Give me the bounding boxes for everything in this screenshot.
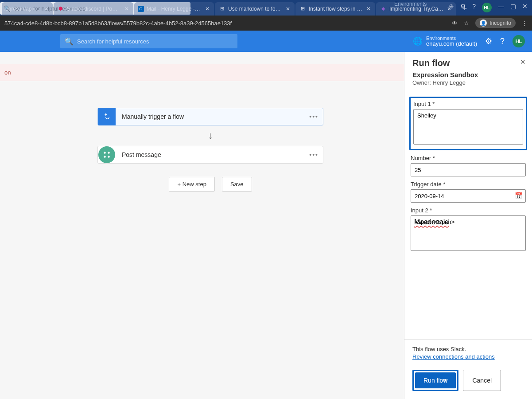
input1-label: Input 1 * [413,101,523,107]
browser-tab-strip: 🔍 Search for helpful resources reqres.in… [0,0,532,16]
action-label: Post message [122,151,161,158]
incognito-label: Incognito [489,20,511,26]
browser-tab-0[interactable]: reqres.in/api/users/ ✕ [2,2,53,16]
browser-tab-4[interactable]: ⊞ Instant flow steps in busin… ✕ [295,2,375,16]
svg-point-0 [104,152,106,154]
tab-label: Use markdown to format P… [228,6,282,12]
arrow-down-icon: ↓ [208,130,213,141]
field-number: Number * [411,155,526,176]
address-bar: 574ca4-cde8-4d8b-bcb8-897b1a5d8b63/flows… [0,16,532,31]
env-name: enayu.com (default) [426,41,477,47]
avatar[interactable]: HL [513,35,525,47]
incognito-icon: 👤 [480,20,487,27]
review-connections-link[interactable]: Review connections and actions [412,353,524,360]
field-trigger-date: Trigger date * 📅 [411,181,526,203]
input1-field[interactable] [413,109,523,145]
close-icon[interactable]: ✕ [285,6,291,12]
trigger-icon [98,108,116,125]
action-card[interactable]: Post message ••• [97,146,323,164]
input2-field[interactable]: <span></span> [411,215,526,251]
flow-canvas: on Manually trigger a flow ••• ↓ Post me… [0,52,404,399]
run-flow-button[interactable]: Run flow ➤ [415,372,456,388]
number-label: Number * [411,155,526,161]
url-text[interactable]: 574ca4-cde8-4d8b-bcb8-897b1a5d8b63/flows… [4,20,447,27]
calendar-icon[interactable]: 📅 [515,192,522,199]
ms-icon: ⊞ [299,5,306,12]
tab-label: Mail - Henry Legge - Outl… [147,6,202,12]
close-icon[interactable]: ✕ [124,6,130,12]
ms-icon: ⊞ [218,5,225,12]
field-input1: Input 1 * [409,97,527,150]
panel-title: Run flow [412,58,524,68]
close-icon[interactable]: ✕ [43,6,49,12]
svg-point-3 [108,156,110,158]
browser-tab-5[interactable]: ◆ Implementing Try,Catch an… ✕ [376,2,456,16]
run-flow-panel: Run flow ✕ Expression Sandbox Owner: Hen… [404,52,532,399]
browser-tab-3[interactable]: ⊞ Use markdown to format P… ✕ [215,2,295,16]
trigger-date-label: Trigger date * [411,181,526,188]
svg-point-1 [108,152,110,154]
flow-owner: Owner: Henry Legge [412,79,524,86]
input2-label: Input 2 * [411,207,526,214]
outlook-icon: O [138,6,144,12]
eye-off-icon[interactable]: 👁 [452,20,458,27]
connections-text: This flow uses Slack. [412,346,524,352]
close-icon[interactable]: ✕ [446,6,452,12]
gear-icon[interactable]: ⚙ [485,36,492,46]
number-field[interactable] [411,163,526,176]
browser-tab-2[interactable]: O Mail - Henry Legge - Outl… ✕ [134,2,214,16]
environment-picker[interactable]: 🌐 Environments enayu.com (default) [413,35,477,47]
close-icon[interactable]: ✕ [365,6,372,12]
close-icon[interactable]: ✕ [520,58,526,66]
tab-label: Instant flow steps in busin… [309,6,363,12]
warning-strip: on [0,64,404,81]
close-icon[interactable]: ✕ [204,6,210,12]
ellipsis-icon[interactable]: ••• [309,113,318,120]
kebab-icon[interactable]: ⋮ [522,20,528,27]
header-search[interactable]: 🔍 [60,34,237,48]
star-icon[interactable]: ☆ [464,20,469,27]
tab-label: Implementing Try,Catch an… [389,6,443,12]
help-icon[interactable]: ? [500,37,505,46]
field-input2: Input 2 * <span></span> Macdonald [411,207,526,257]
search-input[interactable] [77,38,233,45]
warning-text: on [4,69,11,76]
app-header: 🔍 🌐 Environments enayu.com (default) ⚙ ?… [0,31,532,52]
save-button[interactable]: Save [222,177,252,192]
search-icon: 🔍 [65,37,74,46]
svg-point-2 [104,156,106,158]
globe-icon: 🌐 [413,36,423,46]
slack-icon: ⬢ [57,5,64,12]
tab-label: Slack | discord | Power Aut… [67,6,121,12]
new-tab-button[interactable]: + [458,3,471,15]
panel-footer: This flow uses Slack. Review connections… [404,339,532,399]
page-icon: ◆ [380,5,387,12]
new-step-button[interactable]: + New step [169,177,214,192]
ellipsis-icon[interactable]: ••• [309,151,318,158]
trigger-label: Manually trigger a flow [122,113,184,120]
cancel-button[interactable]: Cancel [463,370,501,391]
run-flow-highlight: Run flow ➤ [412,370,458,391]
incognito-indicator: 👤 Incognito [475,18,516,28]
slack-action-icon [98,146,115,163]
tab-label: reqres.in/api/users/ [4,6,40,12]
trigger-card[interactable]: Manually trigger a flow ••• [97,108,323,125]
browser-tab-1[interactable]: ⬢ Slack | discord | Power Aut… ✕ [54,2,133,16]
trigger-date-field[interactable] [411,189,526,203]
flow-name: Expression Sandbox [412,71,524,78]
